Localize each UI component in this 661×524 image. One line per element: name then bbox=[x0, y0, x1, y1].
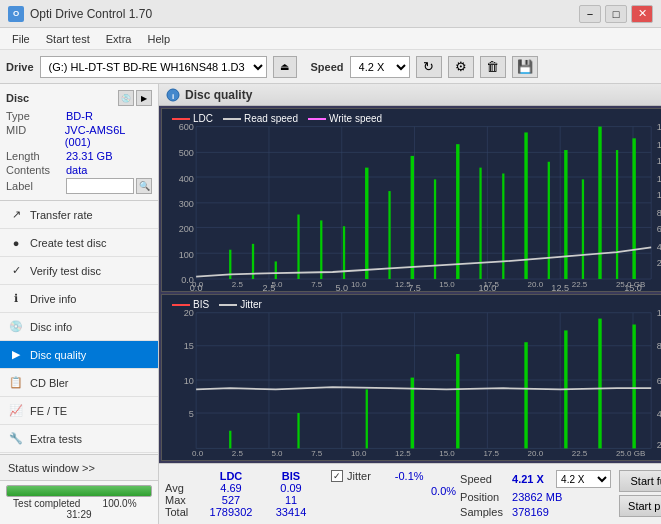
jitter-avg: -0.1% bbox=[395, 470, 424, 482]
chart2-x-labels: 0.02.55.07.510.012.515.017.520.022.525.0… bbox=[192, 449, 645, 458]
disc-contents-row: Contents data bbox=[6, 164, 152, 176]
disc-length-label: Length bbox=[6, 150, 66, 162]
svg-text:500: 500 bbox=[179, 148, 194, 158]
settings-button[interactable]: ⚙ bbox=[448, 56, 474, 78]
erase-button[interactable]: 🗑 bbox=[480, 56, 506, 78]
sidebar-item-extra-tests-label: Extra tests bbox=[30, 433, 82, 445]
disc-quality-header-icon: i bbox=[165, 87, 181, 103]
menu-help[interactable]: Help bbox=[139, 31, 178, 47]
sidebar-item-extra-tests[interactable]: 🔧 Extra tests bbox=[0, 425, 158, 453]
eject-button[interactable]: ⏏ bbox=[273, 56, 297, 78]
maximize-button[interactable]: □ bbox=[605, 5, 627, 23]
chart1-x-labels: 0.02.55.07.510.012.515.017.520.022.525.0… bbox=[192, 280, 645, 289]
disc-type-label: Type bbox=[6, 110, 66, 122]
drive-info-icon: ℹ bbox=[8, 291, 24, 307]
disc-panel-header: Disc 💿 ▶ bbox=[6, 90, 152, 106]
position-key: Position bbox=[460, 491, 508, 503]
app-title: Opti Drive Control 1.70 bbox=[30, 7, 579, 21]
refresh-button[interactable]: ↻ bbox=[416, 56, 442, 78]
svg-text:300: 300 bbox=[179, 199, 194, 209]
disc-type-value: BD-R bbox=[66, 110, 93, 122]
svg-text:16X: 16X bbox=[657, 140, 661, 150]
status-window-button[interactable]: Status window >> bbox=[0, 455, 158, 481]
extra-tests-icon: 🔧 bbox=[8, 431, 24, 447]
bis-chart-legend: BIS Jitter bbox=[172, 299, 262, 310]
disc-contents-label: Contents bbox=[6, 164, 66, 176]
speed-row: Speed 4.21 X 4.2 X bbox=[460, 470, 611, 488]
svg-text:8X: 8X bbox=[657, 208, 661, 218]
disc-panel: Disc 💿 ▶ Type BD-R MID JVC-AMS6L (001) L… bbox=[0, 84, 158, 201]
sidebar-item-verify-test-disc-label: Verify test disc bbox=[30, 265, 101, 277]
menubar: File Start test Extra Help bbox=[0, 28, 661, 50]
stat-section-left: LDC BIS Avg 4.69 0.09 Max 527 11 Total bbox=[165, 470, 321, 518]
samples-key: Samples bbox=[460, 506, 508, 518]
window-controls: − □ ✕ bbox=[579, 5, 653, 23]
stat-total-ldc: 1789302 bbox=[201, 506, 261, 518]
disc-length-row: Length 23.31 GB bbox=[6, 150, 152, 162]
content-area: i Disc quality LDC Read speed Write spee… bbox=[159, 84, 661, 524]
sidebar-item-create-test-disc[interactable]: ● Create test disc bbox=[0, 229, 158, 257]
fe-te-icon: 📈 bbox=[8, 403, 24, 419]
speed-key: Speed bbox=[460, 473, 508, 485]
samples-row: Samples 378169 bbox=[460, 506, 611, 518]
ldc-legend-read: Read speed bbox=[223, 113, 298, 124]
charts-container: LDC Read speed Write speed bbox=[159, 106, 661, 463]
drive-select[interactable]: (G:) HL-DT-ST BD-RE WH16NS48 1.D3 bbox=[40, 56, 267, 78]
jitter-check-row: ✓ Jitter -0.1% bbox=[331, 470, 456, 482]
sidebar-item-disc-quality-label: Disc quality bbox=[30, 349, 86, 361]
ldc-chart-svg: 600 500 400 300 200 100 0.0 18X 16X 14X … bbox=[162, 109, 661, 291]
all-stats: LDC BIS Avg 4.69 0.09 Max 527 11 Total bbox=[165, 468, 661, 520]
disc-icon-2[interactable]: ▶ bbox=[136, 90, 152, 106]
progress-container: Test completed 100.0% 31:29 bbox=[0, 481, 158, 524]
sidebar-item-verify-test-disc[interactable]: ✓ Verify test disc bbox=[0, 257, 158, 285]
transfer-rate-icon: ↗ bbox=[8, 207, 24, 223]
col-header-bis: BIS bbox=[261, 470, 321, 482]
ldc-legend-write: Write speed bbox=[308, 113, 382, 124]
sidebar-item-disc-quality[interactable]: ▶ Disc quality bbox=[0, 341, 158, 369]
speed-label: Speed bbox=[311, 61, 344, 73]
svg-text:14X: 14X bbox=[657, 156, 661, 166]
speed-select[interactable]: 4.2 X bbox=[350, 56, 410, 78]
speed-val: 4.21 X bbox=[512, 473, 552, 485]
stat-total-bis: 33414 bbox=[261, 506, 321, 518]
disc-label-input[interactable] bbox=[66, 178, 134, 194]
start-full-button[interactable]: Start full bbox=[619, 470, 661, 492]
sidebar-item-drive-info[interactable]: ℹ Drive info bbox=[0, 285, 158, 313]
disc-icon-1[interactable]: 💿 bbox=[118, 90, 134, 106]
sidebar-item-create-test-disc-label: Create test disc bbox=[30, 237, 106, 249]
minimize-button[interactable]: − bbox=[579, 5, 601, 23]
start-part-button[interactable]: Start part bbox=[619, 495, 661, 517]
menu-start-test[interactable]: Start test bbox=[38, 31, 98, 47]
disc-section-title: Disc bbox=[6, 92, 29, 104]
disc-mid-label: MID bbox=[6, 124, 65, 148]
menu-extra[interactable]: Extra bbox=[98, 31, 140, 47]
stat-avg-label: Avg bbox=[165, 482, 201, 494]
ldc-chart-legend: LDC Read speed Write speed bbox=[172, 113, 382, 124]
sidebar-item-cd-bler[interactable]: 📋 CD Bler bbox=[0, 369, 158, 397]
svg-text:4%: 4% bbox=[657, 408, 661, 418]
sidebar-item-fe-te[interactable]: 📈 FE / TE bbox=[0, 397, 158, 425]
jitter-checkbox[interactable]: ✓ bbox=[331, 470, 343, 482]
speed-select-dropdown[interactable]: 4.2 X bbox=[556, 470, 611, 488]
save-button[interactable]: 💾 bbox=[512, 56, 538, 78]
position-row: Position 23862 MB bbox=[460, 491, 611, 503]
svg-text:5: 5 bbox=[189, 408, 194, 418]
svg-text:8%: 8% bbox=[657, 341, 661, 351]
stat-row-total: Total 1789302 33414 bbox=[165, 506, 321, 518]
stat-avg-ldc: 4.69 bbox=[201, 482, 261, 494]
svg-text:6X: 6X bbox=[657, 224, 661, 234]
jitter-label: Jitter bbox=[347, 470, 371, 482]
close-button[interactable]: ✕ bbox=[631, 5, 653, 23]
speed-pos-panel: Speed 4.21 X 4.2 X Position 23862 MB Sam… bbox=[460, 470, 611, 518]
disc-length-value: 23.31 GB bbox=[66, 150, 112, 162]
sidebar-item-disc-info[interactable]: 💿 Disc info bbox=[0, 313, 158, 341]
stat-max-label: Max bbox=[165, 494, 201, 506]
progress-bar-fill bbox=[7, 486, 151, 496]
action-buttons: Start full Start part bbox=[619, 470, 661, 517]
menu-file[interactable]: File bbox=[4, 31, 38, 47]
svg-text:4X: 4X bbox=[657, 242, 661, 252]
disc-label-button[interactable]: 🔍 bbox=[136, 178, 152, 194]
jitter-max: 0.0% bbox=[431, 485, 456, 497]
progress-text: Test completed 100.0% 31:29 bbox=[6, 498, 152, 520]
sidebar-item-transfer-rate[interactable]: ↗ Transfer rate bbox=[0, 201, 158, 229]
